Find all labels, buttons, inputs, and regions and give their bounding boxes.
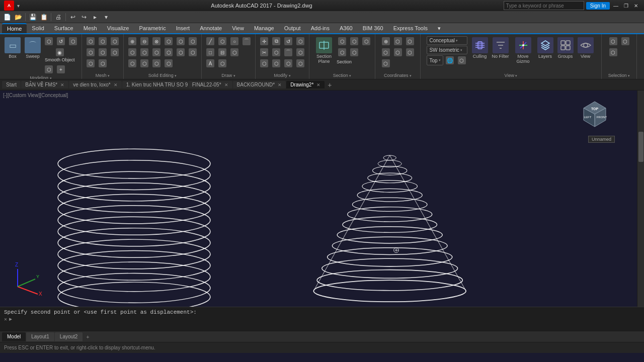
tab-visualize[interactable]: Visualize [102, 23, 134, 33]
solid-btn-14[interactable]: ⬡ [139, 58, 150, 68]
sweep-button[interactable]: ⌒ Sweep [23, 36, 42, 60]
extrude-button[interactable]: ⬡ [43, 36, 54, 46]
qa-dropdown[interactable]: ▾ [101, 12, 111, 22]
restore-button[interactable]: ❐ [622, 2, 630, 10]
bottom-tab-layout2[interactable]: Layout2 [55, 332, 83, 341]
command-input-field[interactable] [14, 316, 640, 322]
solid-btn-13[interactable]: ⬡ [127, 58, 138, 68]
subtract-button[interactable]: ⊖ [139, 36, 150, 46]
no-filter-button[interactable]: No Filter [491, 36, 511, 60]
sel-btn-3[interactable]: ⬡ [608, 47, 619, 57]
print-button[interactable]: 🖨 [53, 12, 63, 22]
mirror-button[interactable]: ⬡ [295, 36, 306, 46]
solid-btn-10[interactable]: ⬡ [163, 47, 174, 57]
move-gizmo-button[interactable]: Move Gizmo [512, 36, 535, 65]
drawing2-tab-close[interactable]: ✕ [316, 82, 320, 87]
tab-addins[interactable]: Add-ins [306, 23, 335, 33]
v-scroll-thumb[interactable] [638, 132, 643, 162]
tab-view[interactable]: View [227, 23, 249, 33]
solid-btn-12[interactable]: ⬡ [187, 47, 198, 57]
tab-annotate[interactable]: Annotate [195, 23, 227, 33]
solid-btn-6[interactable]: ⬡ [187, 36, 198, 46]
tab-more[interactable]: ▾ [433, 23, 446, 33]
intersect-button[interactable]: ⊗ [151, 36, 162, 46]
section-btn-5[interactable]: ⬡ [349, 47, 360, 57]
undo-button[interactable]: ↩ [68, 12, 78, 22]
move-button[interactable]: ✛ [259, 36, 270, 46]
section-dropdown-arrow[interactable]: ▾ [349, 74, 351, 77]
mesh-btn-8[interactable]: ⬡ [97, 58, 108, 68]
coords-dropdown-arrow[interactable]: ▾ [410, 74, 412, 77]
mesh-dropdown-arrow[interactable]: ▾ [108, 74, 110, 77]
circle-button[interactable]: ○ [229, 36, 240, 46]
coords-btn-4[interactable]: ⬡ [380, 47, 391, 57]
solid-btn-5[interactable]: ⬡ [175, 36, 186, 46]
new-button[interactable]: 📄 [2, 12, 12, 22]
chamfer-button[interactable]: ⬡ [295, 47, 306, 57]
erase-button[interactable]: ⬡ [295, 58, 306, 68]
view-btn[interactable]: View [576, 36, 595, 60]
tab-start[interactable]: Start [2, 81, 21, 88]
tab-parametric[interactable]: Parametric [134, 23, 171, 33]
tab-express[interactable]: Express Tools [388, 23, 433, 33]
block-button[interactable]: ⬡ [217, 58, 228, 68]
drawing-canvas[interactable] [0, 90, 637, 307]
smooth-more-button[interactable]: + [55, 64, 66, 74]
solid-btn-15[interactable]: ⬡ [151, 58, 162, 68]
bve-tab-close[interactable]: ✕ [60, 82, 64, 87]
tab-a360[interactable]: A360 [335, 23, 358, 33]
loft-button[interactable]: ⬡ [67, 36, 78, 46]
solid-btn-11[interactable]: ⬡ [175, 47, 186, 57]
view-icon-1[interactable]: 🌐 [444, 55, 455, 65]
fillet-button[interactable]: ⌒ [283, 47, 294, 57]
poly-button[interactable]: ⬡ [217, 36, 228, 46]
tab-bim360[interactable]: BIM 360 [358, 23, 388, 33]
sel-btn-1[interactable]: ⬡ [608, 36, 619, 46]
sign-in-button[interactable]: Sign In [586, 2, 610, 10]
coords-btn-2[interactable]: ⬡ [392, 36, 404, 46]
tab-final22[interactable]: FINAL22-05* ✕ [188, 81, 232, 88]
culling-button[interactable]: Culling [470, 36, 490, 60]
ucs-btn[interactable]: ⊕ [380, 36, 391, 46]
final22-tab-close[interactable]: ✕ [224, 82, 228, 87]
ve-dien-tro-tab-close[interactable]: ✕ [114, 82, 118, 87]
redo-button[interactable]: ↪ [79, 12, 89, 22]
saveas-button[interactable]: 📋 [39, 12, 49, 22]
generate-section-btn[interactable]: ⬡ [361, 36, 372, 46]
convert-mesh-button[interactable]: ⬡ [43, 64, 54, 74]
smooth-obj-button[interactable]: ◉ Smooth Object [43, 47, 76, 63]
selection-dropdown-arrow[interactable]: ▾ [628, 74, 630, 77]
viewcube-container[interactable]: TOP FRONT LEFT [576, 96, 614, 133]
mesh-btn-1[interactable]: ⬡ [85, 36, 96, 46]
coords-btn-3[interactable]: ⬡ [405, 36, 416, 46]
coords-btn-5[interactable]: ⬡ [392, 47, 404, 57]
tab-output[interactable]: Output [279, 23, 306, 33]
tab-solid[interactable]: Solid [27, 23, 49, 33]
mesh-btn-3[interactable]: ⬡ [109, 36, 120, 46]
solid-btn-8[interactable]: ⬡ [139, 47, 150, 57]
live-section-btn[interactable]: ⬡ [349, 36, 360, 46]
solid-btn-16[interactable]: ⬡ [163, 58, 174, 68]
groups-button[interactable]: Groups [556, 36, 575, 60]
scale-button[interactable]: ⬡ [259, 58, 270, 68]
rotate-button[interactable]: ↺ [283, 36, 294, 46]
text-button[interactable]: A [205, 58, 216, 68]
add-layout-button[interactable]: + [83, 332, 92, 341]
section-plane-button[interactable]: Section Plane [312, 36, 336, 65]
extend-button[interactable]: ⬡ [271, 47, 282, 57]
stretch-button[interactable]: ⬡ [271, 58, 282, 68]
view-icon-2[interactable]: ⬡ [456, 55, 467, 65]
rect-button[interactable]: □ [205, 47, 216, 57]
section-btn-4[interactable]: ⬡ [337, 47, 348, 57]
tab-bve[interactable]: BẢN VẼ FMS* ✕ [21, 81, 68, 88]
copy-button[interactable]: ⧉ [271, 36, 282, 46]
add-jog-btn[interactable]: ⬡ [337, 36, 348, 46]
box-button[interactable]: ▭ Box [3, 36, 22, 60]
tab-kien-truc[interactable]: 1. Kien truc NHA TRU SO 9 TANG* ✕ [122, 81, 188, 88]
solid-btn-9[interactable]: ⬡ [151, 47, 162, 57]
tab-ve-dien-tro[interactable]: ve dien tro, loxo* ✕ [69, 81, 122, 88]
sel-btn-2[interactable]: ⬡ [620, 36, 631, 46]
tab-home[interactable]: Home [2, 23, 27, 33]
view-top-dropdown[interactable]: Top ▾ [427, 55, 443, 65]
mesh-btn-7[interactable]: ⬡ [85, 58, 96, 68]
